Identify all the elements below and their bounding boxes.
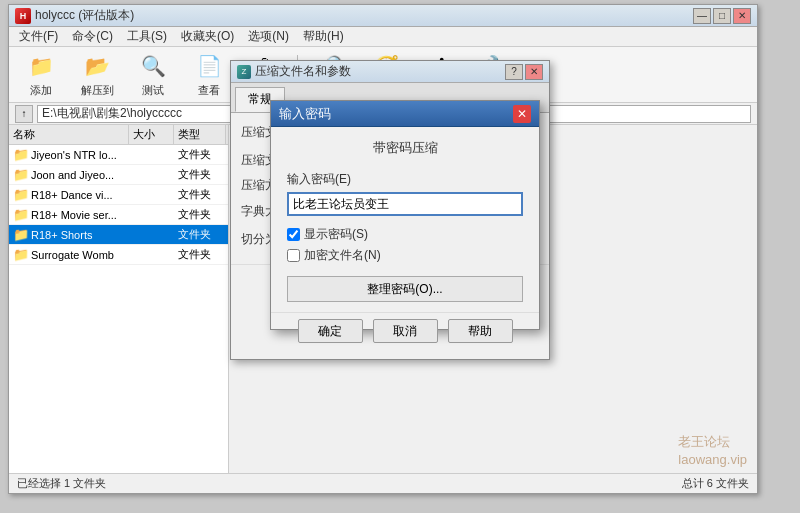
up-button[interactable]: ↑ [15, 105, 33, 123]
folder-icon: 📁 [13, 247, 29, 262]
watermark: 老王论坛laowang.vip [678, 433, 747, 469]
title-bar-left: H holyccc (评估版本) [15, 7, 134, 24]
add-icon: 📁 [26, 52, 56, 81]
pwd-footer: 确定 取消 帮助 [271, 312, 539, 351]
file-type-cell: 文件夹 [174, 147, 226, 162]
folder-icon: 📁 [13, 187, 29, 202]
file-name-cell: 📁 R18+ Dance vi... [9, 187, 129, 202]
table-row[interactable]: 📁 R18+ Dance vi... 文件夹 [9, 185, 228, 205]
table-row[interactable]: 📁 Surrogate Womb 文件夹 [9, 245, 228, 265]
pwd-ok-button[interactable]: 确定 [298, 319, 363, 343]
view-label: 查看 [198, 83, 220, 98]
test-icon: 🔍 [138, 52, 168, 81]
pwd-cancel-button[interactable]: 取消 [373, 319, 438, 343]
title-bar: H holyccc (评估版本) — □ ✕ [9, 5, 757, 27]
folder-icon: 📁 [13, 167, 29, 182]
pwd-show-checkbox[interactable] [287, 228, 300, 241]
file-type-cell: 文件夹 [174, 167, 226, 182]
table-row[interactable]: 📁 R18+ Shorts 文件夹 [9, 225, 228, 245]
compress-dialog-icon: Z [237, 65, 251, 79]
file-type-cell: 文件夹 [174, 247, 226, 262]
toolbar-test[interactable]: 🔍 测试 [127, 51, 179, 99]
status-right: 总计 6 文件夹 [682, 476, 749, 491]
pwd-subtitle: 带密码压缩 [287, 139, 523, 157]
pwd-dialog-title: 输入密码 [279, 105, 331, 123]
pwd-body: 带密码压缩 输入密码(E) 显示密码(S) 加密文件名(N) 整理密码(O)..… [271, 127, 539, 312]
pwd-encrypt-checkbox-row: 加密文件名(N) [287, 247, 523, 264]
status-bar: 已经选择 1 文件夹 总计 6 文件夹 [9, 473, 757, 493]
menu-command[interactable]: 命令(C) [66, 26, 119, 47]
pwd-encrypt-checkbox[interactable] [287, 249, 300, 262]
file-type-cell: 文件夹 [174, 187, 226, 202]
menu-options[interactable]: 选项(N) [242, 26, 295, 47]
file-type-cell: 文件夹 [174, 207, 226, 222]
window-controls: — □ ✕ [693, 8, 751, 24]
toolbar-extract[interactable]: 📂 解压到 [71, 51, 123, 99]
compress-close-button[interactable]: ✕ [525, 64, 543, 80]
test-label: 测试 [142, 83, 164, 98]
menu-file[interactable]: 文件(F) [13, 26, 64, 47]
table-row[interactable]: 📁 Jiyeon's NTR lo... 文件夹 [9, 145, 228, 165]
add-label: 添加 [30, 83, 52, 98]
extract-label: 解压到 [81, 83, 114, 98]
pwd-title-bar: 输入密码 ✕ [271, 101, 539, 127]
table-row[interactable]: 📁 R18+ Movie ser... 文件夹 [9, 205, 228, 225]
compress-title-left: Z 压缩文件名和参数 [237, 63, 351, 80]
col-size-header: 大小 [129, 125, 174, 144]
file-type-cell: 文件夹 [174, 227, 226, 242]
file-name: R18+ Movie ser... [31, 209, 117, 221]
col-name-header: 名称 [9, 125, 129, 144]
compress-dialog-title: 压缩文件名和参数 [255, 63, 351, 80]
file-name-cell: 📁 Surrogate Womb [9, 247, 129, 262]
close-button[interactable]: ✕ [733, 8, 751, 24]
file-name-cell: 📁 R18+ Shorts [9, 227, 129, 242]
password-dialog: 输入密码 ✕ 带密码压缩 输入密码(E) 显示密码(S) 加密文件名(N) 整理… [270, 100, 540, 330]
extract-icon: 📂 [82, 52, 112, 81]
folder-icon: 📁 [13, 207, 29, 222]
pwd-field-label: 输入密码(E) [287, 171, 523, 188]
table-row[interactable]: 📁 Joon and Jiyeo... 文件夹 [9, 165, 228, 185]
left-panel: 名称 大小 类型 📁 Jiyeon's NTR lo... 文件夹 📁 Joo [9, 125, 229, 475]
maximize-button[interactable]: □ [713, 8, 731, 24]
toolbar-view[interactable]: 📄 查看 [183, 51, 235, 99]
file-name: R18+ Shorts [31, 229, 92, 241]
view-icon: 📄 [194, 52, 224, 81]
file-list-header: 名称 大小 类型 [9, 125, 228, 145]
pwd-close-button[interactable]: ✕ [513, 105, 531, 123]
file-name: Joon and Jiyeo... [31, 169, 114, 181]
app-title: holyccc (评估版本) [35, 7, 134, 24]
menu-bar: 文件(F) 命令(C) 工具(S) 收藏夹(O) 选项(N) 帮助(H) [9, 27, 757, 47]
file-name: R18+ Dance vi... [31, 189, 113, 201]
pwd-show-checkbox-row: 显示密码(S) [287, 226, 523, 243]
pwd-manage-button[interactable]: 整理密码(O)... [287, 276, 523, 302]
app-icon: H [15, 8, 31, 24]
file-name: Jiyeon's NTR lo... [31, 149, 117, 161]
menu-help[interactable]: 帮助(H) [297, 26, 350, 47]
file-name-cell: 📁 R18+ Movie ser... [9, 207, 129, 222]
minimize-button[interactable]: — [693, 8, 711, 24]
file-list: 📁 Jiyeon's NTR lo... 文件夹 📁 Joon and Jiye… [9, 145, 228, 265]
pwd-help-button[interactable]: 帮助 [448, 319, 513, 343]
pwd-input[interactable] [287, 192, 523, 216]
menu-favorites[interactable]: 收藏夹(O) [175, 26, 240, 47]
file-name: Surrogate Womb [31, 249, 114, 261]
file-name-cell: 📁 Jiyeon's NTR lo... [9, 147, 129, 162]
file-name-cell: 📁 Joon and Jiyeo... [9, 167, 129, 182]
compress-help-button[interactable]: ? [505, 64, 523, 80]
toolbar-add[interactable]: 📁 添加 [15, 51, 67, 99]
compress-title-bar: Z 压缩文件名和参数 ? ✕ [231, 61, 549, 83]
col-type-header: 类型 [174, 125, 226, 144]
compress-window-controls: ? ✕ [505, 64, 543, 80]
pwd-encrypt-label[interactable]: 加密文件名(N) [304, 247, 381, 264]
folder-icon: 📁 [13, 147, 29, 162]
menu-tools[interactable]: 工具(S) [121, 26, 173, 47]
pwd-show-label[interactable]: 显示密码(S) [304, 226, 368, 243]
folder-icon: 📁 [13, 227, 29, 242]
status-left: 已经选择 1 文件夹 [17, 476, 106, 491]
